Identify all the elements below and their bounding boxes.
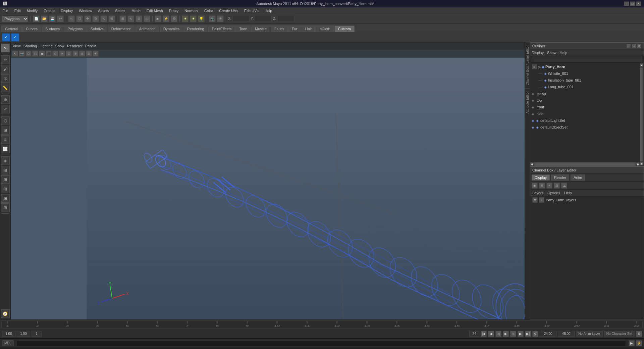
snap-surface-button[interactable]: ◻ (144, 15, 150, 22)
menu-create-uvs[interactable]: Create UVs (218, 9, 239, 13)
render-current-button[interactable]: ▶ (155, 15, 161, 22)
tab-surfaces[interactable]: Surfaces (42, 26, 63, 32)
region-select-button[interactable]: ⬜ (1, 145, 10, 153)
coord-display-toggle[interactable]: 🧭 (1, 309, 10, 318)
settings-button[interactable]: ⚙ (636, 331, 642, 337)
select-tool-button[interactable]: ↖ (68, 15, 75, 22)
layer-icon-4[interactable]: ⊟ (554, 183, 560, 189)
timeline-ruler[interactable] (1, 321, 643, 328)
vp-icon-2[interactable]: ② (66, 51, 72, 57)
point-light-button[interactable]: 💡 (198, 15, 205, 22)
tab-rendering[interactable]: Rendering (183, 26, 208, 32)
menu-file[interactable]: File (1, 9, 9, 13)
open-scene-button[interactable]: 📂 (41, 15, 48, 22)
tree-item-top[interactable]: ◈ top (530, 97, 644, 104)
menu-proxy[interactable]: Proxy (168, 9, 179, 13)
new-scene-button[interactable]: 📄 (33, 15, 40, 22)
outliner-minimize-button[interactable]: ─ (626, 44, 631, 48)
tree-item-long-tube[interactable]: —○ ◈ Long_tube_001 (530, 84, 644, 90)
tool-8[interactable]: ⊞ (1, 185, 10, 193)
outliner-maximize-button[interactable]: □ (632, 44, 636, 48)
frame-counter-input[interactable] (32, 331, 42, 337)
scale-tool-button[interactable]: ⤡ (100, 15, 107, 22)
cb-tab-anim[interactable]: Anim (571, 174, 585, 181)
tree-item-insulation[interactable]: —○ ◈ Insulation_tape_001 (530, 77, 644, 84)
tab-dynamics[interactable]: Dynamics (160, 26, 183, 32)
minimize-button[interactable]: ─ (624, 1, 629, 6)
tab-deformation[interactable]: Deformation (108, 26, 135, 32)
save-scene-button[interactable]: 💾 (49, 15, 56, 22)
render-settings-button[interactable]: ⚙ (171, 15, 177, 22)
tree-item-default-light-set[interactable]: ◈ ◈ defaultLightSet (530, 117, 644, 124)
snap-point-button[interactable]: ⊙ (136, 15, 142, 22)
no-character-set-label[interactable]: No Character Set (604, 331, 635, 337)
tab-fur[interactable]: Fur (288, 26, 301, 32)
view-cube-button[interactable]: ⬡ (1, 116, 10, 125)
close-button[interactable]: ✕ (636, 1, 641, 6)
tab-fluids[interactable]: Fluids (271, 26, 288, 32)
outliner-close-button[interactable]: ✕ (637, 44, 642, 48)
cb-tab-render[interactable]: Render (551, 174, 569, 181)
layer-v-button-1[interactable]: V (532, 197, 538, 203)
scroll-up-button[interactable]: ▲ (640, 63, 643, 67)
directional-light-button[interactable]: ☀ (190, 15, 197, 22)
snap-curve-button[interactable]: ∿ (127, 15, 134, 22)
tab-toon[interactable]: Toon (235, 26, 251, 32)
tool-7[interactable]: ⊞ (1, 175, 10, 184)
menu-display[interactable]: Display (60, 9, 74, 13)
channel-box-side-tab[interactable]: Channel Box / Layer Editor (525, 42, 530, 88)
menu-create[interactable]: Create (43, 9, 56, 13)
vp-icon-shaded[interactable]: ⊙ (52, 51, 58, 57)
show-hide-button[interactable]: 👁 (217, 15, 224, 22)
prev-key-button[interactable]: ◁ (495, 331, 501, 337)
tab-subdivs[interactable]: Subdivs (87, 26, 107, 32)
lighting-menu[interactable]: Lighting (40, 44, 53, 48)
move-tool-button[interactable]: ✛ (84, 15, 91, 22)
layer-icon-2[interactable]: ⊞ (539, 183, 545, 189)
universal-manip-button[interactable]: ⊞ (108, 15, 115, 22)
cb-tab-display[interactable]: Display (532, 174, 550, 181)
transform-button[interactable]: ⤢ (1, 105, 10, 113)
maximize-button[interactable]: □ (630, 1, 635, 6)
vp-icon-camera[interactable]: 📷 (19, 51, 25, 57)
layer-icon-1[interactable]: ◉ (532, 183, 538, 189)
snap-grid-button[interactable]: ⊞ (119, 15, 126, 22)
tab-animation[interactable]: Animation (136, 26, 159, 32)
tree-item-party-horn[interactable]: ■ ▷ ◈ Party_Horn (530, 63, 644, 70)
outliner-search-input[interactable] (532, 57, 642, 62)
layers-menu-help[interactable]: Help (564, 191, 572, 195)
go-start-button[interactable]: |◀ (481, 331, 487, 337)
coord-x-input[interactable] (232, 16, 249, 22)
menu-mesh[interactable]: Mesh (130, 9, 142, 13)
menu-edit-mesh[interactable]: Edit Mesh (146, 9, 164, 13)
scroll-down-button[interactable]: ▼ (640, 162, 643, 165)
tree-item-persp[interactable]: ◈ persp (530, 90, 644, 97)
vp-icon-smooth[interactable]: ◻ (32, 51, 38, 57)
quick-icon-2[interactable]: ✓ (11, 33, 19, 41)
layer-toggle-button-1[interactable]: / (539, 197, 544, 203)
show-menu[interactable]: Show (55, 44, 65, 48)
tab-curves[interactable]: Curves (22, 26, 41, 32)
layers-toggle-button[interactable]: ≡ (1, 135, 10, 144)
menu-help[interactable]: Help (264, 9, 273, 13)
vp-icon-wireframe[interactable]: ⬡ (25, 51, 32, 57)
tab-custom[interactable]: Custom (334, 26, 355, 32)
end-frame-input[interactable] (469, 331, 479, 337)
command-input[interactable] (16, 340, 626, 346)
menu-select[interactable]: Select (114, 9, 126, 13)
status-icon-2[interactable]: ⚡ (636, 340, 642, 346)
layer-item-1[interactable]: V / Party_Horn_layer1 (530, 196, 644, 204)
vp-icon-light[interactable]: ☀ (59, 51, 65, 57)
outliner-scrollbar[interactable]: ▲ ▼ (640, 63, 644, 166)
quick-icon-1[interactable]: ✓ (2, 33, 10, 41)
hscroll-thumb[interactable] (534, 162, 636, 166)
play-button[interactable]: ▶ (503, 331, 509, 337)
tab-painteffects[interactable]: PaintEffects (208, 26, 235, 32)
renderer-menu[interactable]: Renderer (67, 44, 83, 48)
menu-assets[interactable]: Assets (97, 9, 110, 13)
tab-ncloth[interactable]: nCloth (316, 26, 334, 32)
tree-item-front[interactable]: ◈ front (530, 104, 644, 110)
sculpt-button[interactable]: ◎ (1, 74, 10, 83)
current-frame-input[interactable] (17, 331, 30, 337)
menu-color[interactable]: Color (203, 9, 214, 13)
